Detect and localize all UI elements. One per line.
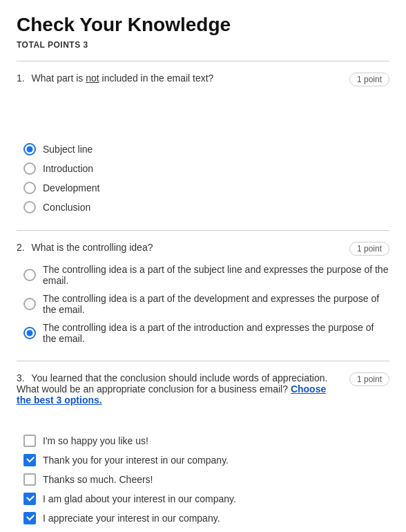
question-3-option-1-checkbox[interactable] xyxy=(23,454,36,466)
total-points-label: TOTAL POINTS 3 xyxy=(17,40,389,50)
question-2-number: 2. xyxy=(17,242,25,253)
question-1-text-before: What part is xyxy=(32,73,86,84)
question-1-option-2-label: Development xyxy=(43,182,100,193)
question-2-option-2-label: The controlling idea is a part of the in… xyxy=(43,322,389,344)
question-3-options: I'm so happy you like us! Thank you for … xyxy=(17,435,389,524)
question-1-text-after: included in the email text? xyxy=(99,73,214,84)
question-2-option-1-label: The controlling idea is a part of the de… xyxy=(43,293,389,315)
list-item[interactable]: I'm so happy you like us! xyxy=(23,435,389,447)
question-3-option-0-label: I'm so happy you like us! xyxy=(43,435,148,446)
divider-2 xyxy=(17,230,389,231)
list-item[interactable]: The controlling idea is a part of the de… xyxy=(23,293,389,315)
question-1-option-3-radio[interactable] xyxy=(23,201,36,213)
question-3-text: You learned that the conclusion should i… xyxy=(17,372,327,395)
question-1-option-3-label: Conclusion xyxy=(43,202,90,213)
question-3-option-3-label: I am glad about your interest in our com… xyxy=(43,493,236,504)
divider-3 xyxy=(17,361,389,361)
question-3-option-2-checkbox[interactable] xyxy=(23,473,36,486)
question-2-option-0-radio[interactable] xyxy=(23,269,36,281)
question-1-text-underlined: not xyxy=(86,73,99,84)
list-item[interactable]: Thanks so much. Cheers! xyxy=(23,473,389,486)
list-item[interactable]: Subject line xyxy=(23,143,389,155)
question-1-options: Subject line Introduction Development Co… xyxy=(17,143,389,213)
list-item[interactable]: Conclusion xyxy=(23,201,389,213)
question-1-points: 1 point xyxy=(349,73,389,86)
page-title: Check Your Knowledge xyxy=(17,14,389,36)
question-1-option-2-radio[interactable] xyxy=(23,182,36,194)
list-item[interactable]: The controlling idea is a part of the in… xyxy=(23,322,389,344)
question-3: 3. You learned that the conclusion shoul… xyxy=(17,372,389,524)
question-2-option-2-radio[interactable] xyxy=(23,327,36,339)
question-1-option-0-radio[interactable] xyxy=(23,143,36,155)
list-item[interactable]: I am glad about your interest in our com… xyxy=(23,493,389,505)
question-2-points: 1 point xyxy=(349,242,389,256)
question-2-options: The controlling idea is a part of the su… xyxy=(17,264,389,344)
list-item[interactable]: I appreciate your interest in our compan… xyxy=(23,512,389,524)
question-3-points: 1 point xyxy=(349,372,389,386)
question-3-option-0-checkbox[interactable] xyxy=(23,435,36,447)
question-2-text: What is the controlling idea? xyxy=(32,242,153,253)
question-1-number: 1. xyxy=(17,73,25,84)
question-3-option-4-checkbox[interactable] xyxy=(23,512,36,524)
list-item[interactable]: Introduction xyxy=(23,162,389,175)
question-3-option-1-label: Thank you for your interest in our compa… xyxy=(43,455,229,466)
list-item[interactable]: Development xyxy=(23,182,389,194)
question-2-option-0-label: The controlling idea is a part of the su… xyxy=(43,264,389,286)
question-2-option-1-radio[interactable] xyxy=(23,298,36,310)
question-3-option-2-label: Thanks so much. Cheers! xyxy=(43,474,153,485)
question-1: 1. What part is not included in the emai… xyxy=(17,73,389,213)
question-3-option-3-checkbox[interactable] xyxy=(23,493,36,505)
question-1-option-1-label: Introduction xyxy=(43,163,93,174)
question-1-option-1-radio[interactable] xyxy=(23,162,36,175)
list-item[interactable]: Thank you for your interest in our compa… xyxy=(23,454,389,466)
question-1-option-0-label: Subject line xyxy=(43,144,93,155)
divider xyxy=(17,61,389,61)
question-3-number: 3. xyxy=(17,372,25,383)
list-item[interactable]: The controlling idea is a part of the su… xyxy=(23,264,389,286)
question-2: 2. What is the controlling idea? 1 point… xyxy=(17,242,389,344)
question-3-option-4-label: I appreciate your interest in our compan… xyxy=(43,513,220,524)
